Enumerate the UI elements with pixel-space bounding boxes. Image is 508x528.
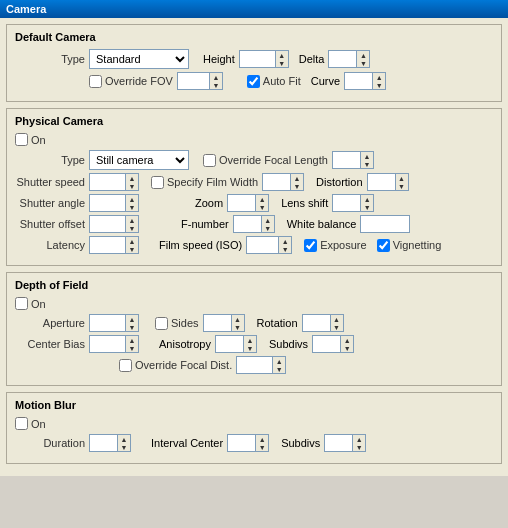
aperture-input[interactable]: 0.1 [89,314,125,332]
mb-subdivs-input[interactable]: 6 [324,434,352,452]
auto-fit-checkbox[interactable] [247,75,260,88]
exposure-checkbox[interactable] [304,239,317,252]
film-width-input[interactable]: 36 [262,173,290,191]
lens-shift-input[interactable]: 0 [332,194,360,212]
mb-subdivs-label: Subdivs [281,437,320,449]
mb-subdivs-arrows[interactable]: ▲ ▼ [352,434,366,452]
vignetting-checkbox[interactable] [377,239,390,252]
delta-spinner-arrows[interactable]: ▲ ▼ [356,50,370,68]
curve-spinner-arrows[interactable]: ▲ ▼ [372,72,386,90]
mb-subdivs-spinner[interactable]: 6 ▲ ▼ [324,434,366,452]
height-spinner-arrows[interactable]: ▲ ▼ [275,50,289,68]
fov-spinner-arrows[interactable]: ▲ ▼ [209,72,223,90]
film-speed-input[interactable]: 125 [246,236,278,254]
shutter-angle-input[interactable]: 180 [89,194,125,212]
film-width-spinner[interactable]: 36 ▲ ▼ [262,173,304,191]
focal-dist-input[interactable]: 200 [236,356,272,374]
phys-type-select[interactable]: Still camera [89,150,189,170]
curve-input[interactable]: 1 [344,72,372,90]
shutter-offset-arrows[interactable]: ▲ ▼ [125,215,139,233]
anisotropy-spinner[interactable]: 0 ▲ ▼ [215,335,257,353]
override-focal-dist-checkbox[interactable] [119,359,132,372]
delta-up-arrow[interactable]: ▲ [357,51,369,59]
sides-spinner[interactable]: 5 ▲ ▼ [203,314,245,332]
zoom-spinner[interactable]: 1 ▲ ▼ [227,194,269,212]
duration-input[interactable]: 1 [89,434,117,452]
dof-on-checkbox[interactable] [15,297,28,310]
film-width-arrows[interactable]: ▲ ▼ [290,173,304,191]
duration-arrows[interactable]: ▲ ▼ [117,434,131,452]
delta-input[interactable]: 2 [328,50,356,68]
center-bias-input[interactable]: 0 [89,335,125,353]
f-number-spinner[interactable]: 8 ▲ ▼ [233,215,275,233]
fov-input[interactable]: 45 [177,72,209,90]
focal-dist-spinner[interactable]: 200 ▲ ▼ [236,356,286,374]
film-speed-arrows[interactable]: ▲ ▼ [278,236,292,254]
dof-subdivs-input[interactable]: 6 [312,335,340,353]
focal-input[interactable]: 40 [332,151,360,169]
motion-blur-on-checkbox[interactable] [15,417,28,430]
override-focal-checkbox[interactable] [203,154,216,167]
shutter-offset-spinner[interactable]: 0 ▲ ▼ [89,215,139,233]
rotation-arrows[interactable]: ▲ ▼ [330,314,344,332]
height-up-arrow[interactable]: ▲ [276,51,288,59]
zoom-input[interactable]: 1 [227,194,255,212]
f-number-input[interactable]: 8 [233,215,261,233]
physical-on-checkbox[interactable] [15,133,28,146]
shutter-speed-arrows[interactable]: ▲ ▼ [125,173,139,191]
focal-down-arrow[interactable]: ▼ [361,160,373,168]
film-speed-spinner[interactable]: 125 ▲ ▼ [246,236,292,254]
sides-input[interactable]: 5 [203,314,231,332]
curve-up-arrow[interactable]: ▲ [373,73,385,81]
shutter-offset-input[interactable]: 0 [89,215,125,233]
aperture-arrows[interactable]: ▲ ▼ [125,314,139,332]
focal-up-arrow[interactable]: ▲ [361,152,373,160]
latency-arrows[interactable]: ▲ ▼ [125,236,139,254]
aperture-spinner[interactable]: 0.1 ▲ ▼ [89,314,139,332]
rotation-spinner[interactable]: 0 ▲ ▼ [302,314,344,332]
fov-up-arrow[interactable]: ▲ [210,73,222,81]
shutter-angle-spinner[interactable]: 180 ▲ ▼ [89,194,139,212]
distortion-arrows[interactable]: ▲ ▼ [395,173,409,191]
focal-spinner-arrows[interactable]: ▲ ▼ [360,151,374,169]
curve-down-arrow[interactable]: ▼ [373,81,385,89]
focal-spinner[interactable]: 40 ▲ ▼ [332,151,374,169]
white-balance-box[interactable] [360,215,410,233]
dof-subdivs-spinner[interactable]: 6 ▲ ▼ [312,335,354,353]
dof-subdivs-arrows[interactable]: ▲ ▼ [340,335,354,353]
anisotropy-input[interactable]: 0 [215,335,243,353]
curve-spinner[interactable]: 1 ▲ ▼ [344,72,386,90]
distortion-spinner[interactable]: 0 ▲ ▼ [367,173,409,191]
lens-shift-arrows[interactable]: ▲ ▼ [360,194,374,212]
specify-film-checkbox[interactable] [151,176,164,189]
latency-spinner[interactable]: 0 ▲ ▼ [89,236,139,254]
interval-center-arrows[interactable]: ▲ ▼ [255,434,269,452]
interval-center-spinner[interactable]: 0.5 ▲ ▼ [227,434,269,452]
lens-shift-spinner[interactable]: 0 ▲ ▼ [332,194,374,212]
interval-center-input[interactable]: 0.5 [227,434,255,452]
latency-input[interactable]: 0 [89,236,125,254]
f-number-arrows[interactable]: ▲ ▼ [261,215,275,233]
sides-arrows[interactable]: ▲ ▼ [231,314,245,332]
height-spinner[interactable]: 400 ▲ ▼ [239,50,289,68]
camera-type-select[interactable]: Standard [89,49,189,69]
anisotropy-arrows[interactable]: ▲ ▼ [243,335,257,353]
center-bias-arrows[interactable]: ▲ ▼ [125,335,139,353]
height-down-arrow[interactable]: ▼ [276,59,288,67]
duration-spinner[interactable]: 1 ▲ ▼ [89,434,131,452]
height-input[interactable]: 400 [239,50,275,68]
zoom-arrows[interactable]: ▲ ▼ [255,194,269,212]
shutter-speed-input[interactable]: 300 [89,173,125,191]
fov-spinner[interactable]: 45 ▲ ▼ [177,72,223,90]
fov-down-arrow[interactable]: ▼ [210,81,222,89]
rotation-input[interactable]: 0 [302,314,330,332]
delta-down-arrow[interactable]: ▼ [357,59,369,67]
delta-spinner[interactable]: 2 ▲ ▼ [328,50,370,68]
shutter-angle-arrows[interactable]: ▲ ▼ [125,194,139,212]
override-fov-checkbox[interactable] [89,75,102,88]
focal-dist-arrows[interactable]: ▲ ▼ [272,356,286,374]
shutter-speed-spinner[interactable]: 300 ▲ ▼ [89,173,139,191]
sides-checkbox[interactable] [155,317,168,330]
center-bias-spinner[interactable]: 0 ▲ ▼ [89,335,139,353]
distortion-input[interactable]: 0 [367,173,395,191]
